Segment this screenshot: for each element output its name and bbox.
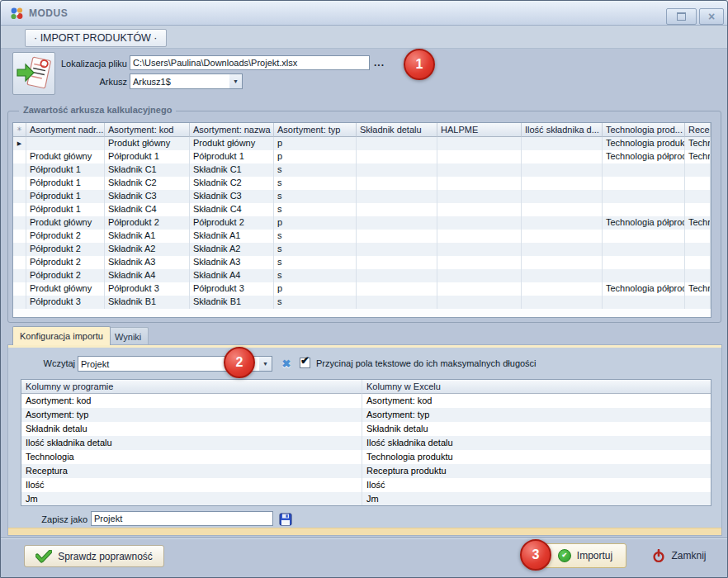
annotation-step-1: 1 <box>404 49 435 80</box>
mapping-excel-cell: Receptura produktu <box>362 464 711 478</box>
table-row[interactable]: Produkt głównyPółprodukt 3Półprodukt 3pT… <box>13 282 711 296</box>
table-row[interactable]: Półprodukt 1Składnik C1Składnik C1s <box>13 163 711 177</box>
file-location-input[interactable] <box>130 55 370 70</box>
row-indicator <box>13 243 26 256</box>
tab-wyniki[interactable]: Wyniki <box>107 327 149 345</box>
grid-cell <box>437 269 522 282</box>
grid-column-header[interactable]: Składnik detalu <box>357 123 437 137</box>
grid-cell <box>522 203 603 216</box>
sheet-select[interactable]: Arkusz1$ ▼ <box>130 73 243 89</box>
grid-cell <box>685 203 711 216</box>
mapping-program-cell: Asortyment: typ <box>21 408 362 422</box>
grid-cell: Półprodukt 1 <box>26 163 105 177</box>
grid-body: ▶Produkt głównyProdukt głównypTechnologi… <box>13 137 711 309</box>
row-indicator <box>13 296 26 309</box>
grid-cell <box>603 203 685 216</box>
grid-cell <box>522 243 603 256</box>
table-row[interactable]: Półprodukt 1Składnik C2Składnik C2s <box>13 177 711 190</box>
grid-cell: Półprodukt 2 <box>26 243 105 256</box>
mapping-program-cell: Ilość <box>21 478 362 492</box>
trim-text-checkbox[interactable]: ✔ <box>300 358 310 368</box>
green-check-icon <box>35 550 52 563</box>
file-location-label: Lokalizacja pliku <box>50 59 127 69</box>
table-row[interactable]: Półprodukt 2Składnik A1Składnik A1s <box>13 230 711 243</box>
check-validity-button[interactable]: Sprawdz poprawność <box>24 545 164 567</box>
restore-window-button[interactable] <box>666 8 697 25</box>
mapping-row[interactable]: Składnik detaluSkładnik detalu <box>21 422 711 436</box>
grid-cell <box>603 256 685 269</box>
grid-column-header[interactable]: Asortyment: nazwa <box>190 123 274 137</box>
mapping-row[interactable]: IlośćIlość <box>21 478 711 492</box>
mapping-row[interactable]: RecepturaReceptura produktu <box>21 464 711 478</box>
grid-column-header[interactable]: Asortyment: kod <box>105 123 190 137</box>
chevron-down-icon: ▼ <box>259 357 272 371</box>
grid-cell <box>522 282 603 296</box>
grid-cell: Półprodukt 2 <box>26 256 105 269</box>
grid-cell: s <box>274 296 357 309</box>
table-row[interactable]: Półprodukt 1Składnik C3Składnik C3s <box>13 190 711 203</box>
grid-column-header[interactable]: HALPME <box>437 123 522 137</box>
floppy-disk-icon <box>279 513 292 526</box>
row-indicator <box>13 282 26 296</box>
table-row[interactable]: Półprodukt 2Składnik A2Składnik A2s <box>13 243 711 256</box>
grid-cell: p <box>274 137 357 150</box>
grid-cell: Półprodukt 1 <box>26 177 105 190</box>
grid-cell: Półprodukt 2 <box>190 216 274 230</box>
grid-cell <box>357 177 437 190</box>
grid-cell: Składnik B1 <box>105 296 190 309</box>
table-row[interactable]: ▶Produkt głównyProdukt głównypTechnologi… <box>13 137 711 150</box>
row-indicator <box>13 256 26 269</box>
grid-cell <box>357 269 437 282</box>
table-row[interactable]: Produkt głównyPółprodukt 1Półprodukt 1pT… <box>13 150 711 163</box>
import-file-icon-button[interactable] <box>12 52 55 95</box>
mapping-program-cell: Ilość składnika detalu <box>21 436 362 450</box>
grid-cell: Składnik A3 <box>105 256 190 269</box>
grid-cell <box>357 282 437 296</box>
grid-column-header[interactable]: Asortyment nadr... <box>26 123 105 137</box>
grid-cell: s <box>274 177 357 190</box>
table-row[interactable]: Produkt głównyPółprodukt 2Półprodukt 2pT… <box>13 216 711 230</box>
grid-cell: Składnik C3 <box>105 190 190 203</box>
save-template-button[interactable] <box>277 511 294 528</box>
mapping-program-header: Kolumny w programie <box>21 380 362 394</box>
table-row[interactable]: Półprodukt 1Składnik C4Składnik C4s <box>13 203 711 216</box>
load-template-label: Wczytaj <box>17 358 75 368</box>
table-row[interactable]: Półprodukt 2Składnik A4Składnik A4s <box>13 269 711 282</box>
grid-column-header[interactable]: Ilość składnika d... <box>522 123 603 137</box>
grid-cell: Składnik C4 <box>105 203 190 216</box>
table-row[interactable]: Półprodukt 3Składnik B1Składnik B1s <box>13 296 711 309</box>
grid-column-header[interactable]: Recept <box>685 123 711 137</box>
grid-cell <box>437 216 522 230</box>
tab-konfiguracja-importu[interactable]: Konfiguracja importu <box>12 326 111 345</box>
import-products-toolbar-button[interactable]: · IMPORT PRODUKTÓW · <box>25 29 167 47</box>
spreadsheet-grid: ✳Asortyment nadr...Asortyment: kodAsorty… <box>12 122 711 318</box>
mapping-row[interactable]: Ilość składnika detaluIlość składnika de… <box>21 436 711 450</box>
mapping-header-row: Kolumny w programieKolumny w Excelu <box>21 380 711 394</box>
grid-cell <box>437 256 522 269</box>
mapping-row[interactable]: Asortyment: kodAsortyment: kod <box>21 394 711 408</box>
mapping-row[interactable]: JmJm <box>21 492 711 506</box>
import-button[interactable]: ✔ Importuj <box>544 543 626 568</box>
mapping-program-cell: Jm <box>21 492 362 506</box>
mapping-row[interactable]: Asortyment: typAsortyment: typ <box>21 408 711 422</box>
grid-cell <box>522 163 603 177</box>
grid-cell <box>357 296 437 309</box>
save-as-input[interactable] <box>91 511 273 526</box>
grid-column-header[interactable]: Asortyment: typ <box>274 123 357 137</box>
delete-template-button[interactable]: ✖ <box>279 356 294 371</box>
grid-column-header[interactable]: Technologia prod... <box>603 123 685 137</box>
table-row[interactable]: Półprodukt 2Składnik A3Składnik A3s <box>13 256 711 269</box>
grid-cell <box>522 296 603 309</box>
mapping-row[interactable]: TechnologiaTechnologia produktu <box>21 450 711 464</box>
mapping-excel-cell: Składnik detalu <box>362 422 711 436</box>
grid-cell: Składnik C2 <box>105 177 190 190</box>
grid-cell: Półprodukt 2 <box>26 230 105 243</box>
close-window-button[interactable]: × <box>699 8 724 25</box>
grid-cell: Składnik A2 <box>105 243 190 256</box>
browse-button[interactable]: ... <box>374 57 385 69</box>
grid-cell <box>603 190 685 203</box>
mapping-excel-cell: Ilość <box>362 478 711 492</box>
grid-header-row: ✳Asortyment nadr...Asortyment: kodAsorty… <box>13 123 711 137</box>
grid-cell <box>522 177 603 190</box>
close-dialog-button[interactable]: Zamknij <box>641 543 717 568</box>
